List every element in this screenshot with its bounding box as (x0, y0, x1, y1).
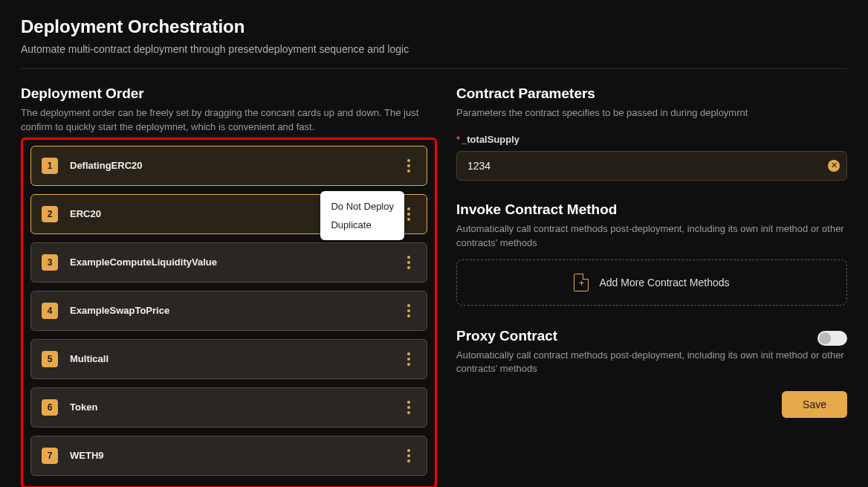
contract-name: ExampleComputeLiquidityValue (70, 257, 401, 268)
deployment-order-highlight: 1DeflatingERC202ERC20Do Not DeployDuplic… (21, 138, 437, 487)
contract-card[interactable]: 2ERC20Do Not DeployDuplicate (30, 194, 427, 234)
contract-name: Multicall (70, 353, 401, 364)
proxy-contract-title: Proxy Contract (456, 328, 557, 344)
deployment-order-list: 1DeflatingERC202ERC20Do Not DeployDuplic… (30, 146, 427, 476)
deployment-order-desc: The deployment order can be freely set b… (21, 106, 437, 135)
menu-do-not-deploy[interactable]: Do Not Deploy (320, 197, 404, 216)
param-label: *_totalSupply (456, 134, 847, 145)
kebab-menu-icon[interactable] (401, 445, 416, 466)
contract-name: ExampleSwapToPrice (70, 305, 401, 316)
contract-name: WETH9 (70, 450, 401, 461)
contract-card[interactable]: 4ExampleSwapToPrice (30, 291, 427, 331)
contract-name: DeflatingERC20 (70, 160, 401, 171)
save-button[interactable]: Save (782, 391, 847, 418)
add-contract-methods-button[interactable]: + Add More Contract Methods (456, 259, 847, 306)
contract-card[interactable]: 1DeflatingERC20 (30, 146, 427, 186)
deployment-order-title: Deployment Order (21, 86, 437, 102)
kebab-menu-icon[interactable] (401, 155, 416, 176)
order-badge: 3 (42, 254, 58, 271)
order-badge: 1 (42, 158, 58, 174)
param-name: _totalSupply (461, 134, 519, 145)
order-badge: 2 (42, 206, 58, 222)
invoke-method-desc: Automatically call contract methods post… (456, 222, 847, 251)
contract-params-title: Contract Parameters (456, 86, 847, 102)
kebab-menu-icon[interactable] (401, 397, 416, 418)
contract-card[interactable]: 7WETH9 (30, 436, 427, 476)
order-badge: 6 (42, 399, 58, 416)
kebab-menu-icon[interactable] (401, 252, 416, 273)
required-indicator: * (456, 134, 460, 145)
proxy-contract-toggle[interactable] (817, 331, 847, 346)
kebab-menu-icon[interactable] (401, 349, 416, 370)
page-title: Deployment Orchestration (21, 16, 847, 37)
file-plus-icon: + (574, 274, 589, 291)
contract-card[interactable]: 6Token (30, 387, 427, 428)
card-context-menu: Do Not DeployDuplicate (320, 191, 404, 240)
contract-card[interactable]: 3ExampleComputeLiquidityValue (30, 242, 427, 283)
order-badge: 4 (42, 303, 58, 319)
proxy-contract-desc: Automatically call contract methods post… (456, 349, 847, 377)
contract-params-desc: Parameters the contract specifies to be … (456, 106, 847, 120)
invoke-method-title: Invoke Contract Method (456, 201, 847, 218)
toggle-knob (819, 332, 831, 344)
menu-duplicate[interactable]: Duplicate (320, 216, 404, 234)
header-divider (21, 68, 847, 69)
contract-name: Token (70, 401, 401, 413)
contract-card[interactable]: 5Multicall (30, 339, 427, 379)
total-supply-input[interactable] (456, 151, 847, 181)
page-subtitle: Automate multi-contract deployment throu… (21, 43, 847, 55)
clear-input-icon[interactable]: ✕ (828, 160, 840, 172)
kebab-menu-icon[interactable] (401, 300, 416, 321)
order-badge: 5 (42, 351, 58, 367)
order-badge: 7 (42, 448, 58, 464)
add-methods-label: Add More Contract Methods (599, 277, 729, 288)
